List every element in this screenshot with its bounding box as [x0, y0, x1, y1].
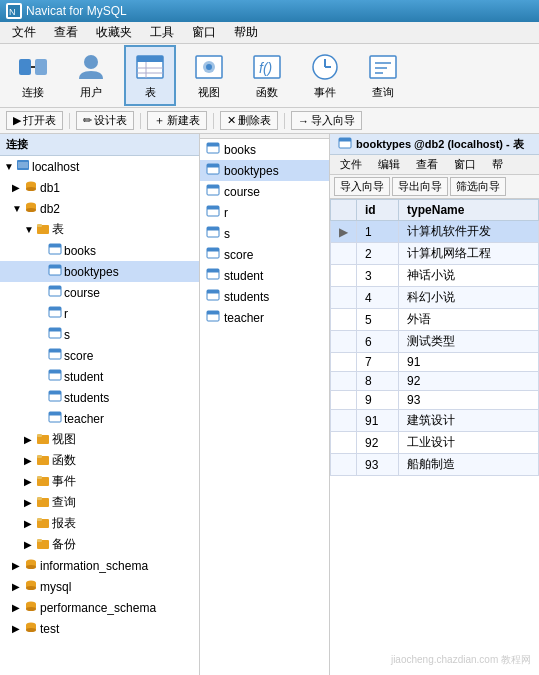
cell-id: 3	[357, 265, 399, 287]
tree-item-localhost[interactable]: ▼ localhost	[0, 156, 199, 177]
tree-item-label: information_schema	[40, 559, 148, 573]
svg-rect-40	[49, 307, 61, 311]
tree-item-db1[interactable]: ▶ db1	[0, 177, 199, 198]
toolbar-btn-label: 事件	[314, 85, 336, 100]
right-menu-item-查看[interactable]: 查看	[410, 156, 444, 173]
toolbar-btn-用户[interactable]: 用户	[66, 46, 116, 105]
col-header-typeName: typeName	[399, 200, 539, 221]
right-menu-item-文件[interactable]: 文件	[334, 156, 368, 173]
mid-table-books[interactable]: books	[200, 139, 329, 160]
tree-item-label: course	[64, 286, 100, 300]
table-row[interactable]: ▶1计算机软件开发	[331, 221, 539, 243]
tree-item-表[interactable]: ▼ 表	[0, 219, 199, 240]
sub-toolbar-btn-导入向导[interactable]: → 导入向导	[291, 111, 362, 130]
user-icon	[75, 51, 107, 83]
menu-item-窗口[interactable]: 窗口	[184, 22, 224, 43]
table-row[interactable]: 93船舶制造	[331, 454, 539, 476]
table-row[interactable]: 791	[331, 353, 539, 372]
table-row[interactable]: 4科幻小说	[331, 287, 539, 309]
mid-table-teacher[interactable]: teacher	[200, 307, 329, 328]
toolbar-btn-函数[interactable]: f()函数	[242, 46, 292, 105]
svg-rect-62	[37, 539, 42, 542]
mid-table-s[interactable]: s	[200, 223, 329, 244]
mid-table-r[interactable]: r	[200, 202, 329, 223]
table-row[interactable]: 2计算机网络工程	[331, 243, 539, 265]
svg-rect-2	[19, 59, 31, 75]
menu-item-帮助[interactable]: 帮助	[226, 22, 266, 43]
svg-rect-50	[49, 412, 61, 416]
right-sub-btn-导入向导[interactable]: 导入向导	[334, 177, 390, 196]
mid-table-students[interactable]: students	[200, 286, 329, 307]
svg-rect-44	[49, 349, 61, 353]
tree-item-r[interactable]: r	[0, 303, 199, 324]
folder-icon	[36, 452, 50, 469]
table-row[interactable]: 993	[331, 391, 539, 410]
tree-item-books[interactable]: books	[0, 240, 199, 261]
table-row[interactable]: 91建筑设计	[331, 410, 539, 432]
table-row[interactable]: 92工业设计	[331, 432, 539, 454]
right-menu-item-帮[interactable]: 帮	[486, 156, 509, 173]
tree-item-label: student	[64, 370, 103, 384]
right-panel-title: booktypes @db2 (localhost) - 表	[330, 134, 539, 155]
menu-item-文件[interactable]: 文件	[4, 22, 44, 43]
folder-icon	[36, 473, 50, 490]
toolbar-btn-查询[interactable]: 查询	[358, 46, 408, 105]
table-row[interactable]: 6测试类型	[331, 331, 539, 353]
tree-item-label: r	[64, 307, 68, 321]
menu-item-查看[interactable]: 查看	[46, 22, 86, 43]
tree-item-performance_schema[interactable]: ▶ performance_schema	[0, 597, 199, 618]
tree-item-student[interactable]: student	[0, 366, 199, 387]
sub-toolbar-btn-设计表[interactable]: ✏ 设计表	[76, 111, 134, 130]
menu-item-工具[interactable]: 工具	[142, 22, 182, 43]
tree-item-teacher[interactable]: teacher	[0, 408, 199, 429]
svg-rect-36	[49, 265, 61, 269]
right-menu-item-编辑[interactable]: 编辑	[372, 156, 406, 173]
toolbar-btn-表[interactable]: 表	[124, 45, 176, 106]
view-icon	[193, 51, 225, 83]
tree-item-students[interactable]: students	[0, 387, 199, 408]
mid-table-course[interactable]: course	[200, 181, 329, 202]
sub-toolbar-btn-打开表[interactable]: ▶ 打开表	[6, 111, 63, 130]
tree-item-s[interactable]: s	[0, 324, 199, 345]
right-menu-item-窗口[interactable]: 窗口	[448, 156, 482, 173]
tree-item-label: 报表	[52, 515, 76, 532]
table-row[interactable]: 5外语	[331, 309, 539, 331]
mid-table-student[interactable]: student	[200, 265, 329, 286]
tree-item-备份[interactable]: ▶ 备份	[0, 534, 199, 555]
tree-item-test[interactable]: ▶ test	[0, 618, 199, 639]
mid-table-booktypes[interactable]: booktypes	[200, 160, 329, 181]
table-row[interactable]: 3神话小说	[331, 265, 539, 287]
svg-rect-48	[49, 391, 61, 395]
toolbar-btn-视图[interactable]: 视图	[184, 46, 234, 105]
tree-item-事件[interactable]: ▶ 事件	[0, 471, 199, 492]
right-title-icon	[338, 136, 352, 152]
toolbar-btn-label: 表	[145, 85, 156, 100]
tree-item-查询[interactable]: ▶ 查询	[0, 492, 199, 513]
tree-item-视图[interactable]: ▶ 视图	[0, 429, 199, 450]
right-sub-btn-筛选向导[interactable]: 筛选向导	[450, 177, 506, 196]
tree-item-mysql[interactable]: ▶ mysql	[0, 576, 199, 597]
app-icon: N	[6, 3, 22, 19]
tree-item-score[interactable]: score	[0, 345, 199, 366]
toolbar-btn-事件[interactable]: 事件	[300, 46, 350, 105]
cell-id: 2	[357, 243, 399, 265]
table-row[interactable]: 892	[331, 372, 539, 391]
tree-item-label: 备份	[52, 536, 76, 553]
table-icon	[206, 204, 220, 221]
row-indicator	[331, 265, 357, 287]
tree-item-information_schema[interactable]: ▶ information_schema	[0, 555, 199, 576]
sub-toolbar-btn-删除表[interactable]: ✕ 删除表	[220, 111, 278, 130]
toolbar-btn-连接[interactable]: 连接	[8, 46, 58, 105]
tree-item-booktypes[interactable]: booktypes	[0, 261, 199, 282]
table-icon	[48, 263, 62, 280]
right-sub-btn-导出向导[interactable]: 导出向导	[392, 177, 448, 196]
mid-table-score[interactable]: score	[200, 244, 329, 265]
tree-item-报表[interactable]: ▶ 报表	[0, 513, 199, 534]
table-icon	[206, 141, 220, 158]
tree-item-course[interactable]: course	[0, 282, 199, 303]
tree-arrow: ▶	[12, 602, 22, 613]
menu-item-收藏夹[interactable]: 收藏夹	[88, 22, 140, 43]
tree-item-函数[interactable]: ▶ 函数	[0, 450, 199, 471]
sub-toolbar-btn-新建表[interactable]: ＋ 新建表	[147, 111, 207, 130]
tree-item-db2[interactable]: ▼ db2	[0, 198, 199, 219]
